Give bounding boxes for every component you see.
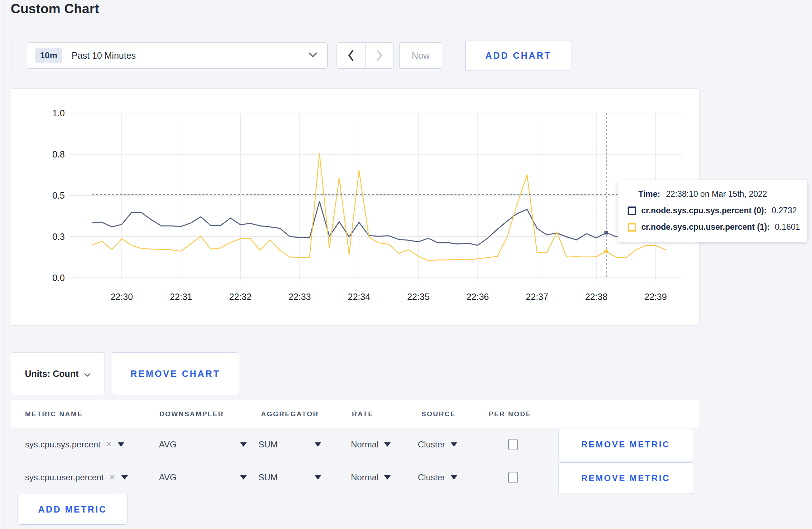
per-node-checkbox[interactable] [508, 472, 518, 483]
header-source: SOURCE [421, 410, 456, 418]
chart-tooltip: Time: 22:38:10 on Mar 15th, 2022 cr.node… [618, 180, 807, 242]
chevron-down-icon [451, 442, 457, 447]
tooltip-series-name: cr.node.sys.cpu.user.percent (1): [641, 222, 770, 232]
chevron-down-icon [121, 475, 128, 480]
aggregator-select[interactable]: SUM [258, 440, 321, 450]
sys-series-legend-icon [628, 207, 636, 215]
chevron-down-icon [309, 52, 317, 59]
downsampler-select[interactable]: AVG [159, 472, 247, 482]
chart-canvas[interactable]: 0.00.30.50.81.022:3022:3122:3222:3322:34… [11, 89, 699, 325]
y-axis-tick-label: 0.8 [52, 149, 65, 159]
toolbar-divider [11, 42, 11, 69]
units-label: Units: Count [25, 369, 79, 379]
user-series-hover-dot [604, 249, 608, 253]
header-per-node: PER NODE [489, 410, 531, 418]
chart-card: 0.00.30.50.81.022:3022:3122:3222:3322:34… [11, 88, 700, 326]
source-select[interactable]: Cluster [418, 440, 457, 450]
user-series-line [92, 154, 666, 261]
x-axis-tick-label: 22:37 [526, 292, 548, 302]
chevron-down-icon [315, 475, 321, 480]
page-left-border [4, 0, 4, 529]
chevron-down-icon [451, 475, 457, 480]
x-axis-tick-label: 22:35 [407, 292, 430, 302]
metric-name-select[interactable]: sys.cpu.user.percent ✕ [25, 472, 128, 482]
sys-series-hover-dot [604, 231, 608, 234]
chevron-down-icon [384, 442, 391, 447]
chevron-down-icon [84, 369, 91, 379]
chevron-down-icon [315, 442, 321, 447]
tooltip-series-value: 0.2732 [772, 206, 797, 215]
x-axis-tick-label: 22:33 [289, 292, 311, 302]
chevron-down-icon [240, 442, 247, 447]
downsampler-select[interactable]: AVG [159, 440, 247, 450]
time-range-dropdown[interactable]: 10m Past 10 Minutes [27, 42, 328, 69]
x-axis-tick-label: 22:36 [467, 292, 489, 302]
remove-metric-name-icon[interactable]: ✕ [109, 473, 115, 482]
custom-chart-page: Custom Chart 10m Past 10 Minutes Now ADD… [0, 0, 812, 529]
time-range-badge: 10m [35, 48, 62, 63]
rate-select[interactable]: Normal [351, 440, 391, 450]
range-arrow-group [337, 42, 394, 69]
aggregator-select[interactable]: SUM [258, 472, 321, 482]
x-axis-tick-label: 22:30 [111, 292, 133, 302]
rate-select[interactable]: Normal [351, 472, 391, 482]
tooltip-time-label: Time: [638, 189, 660, 199]
chevron-right-icon[interactable] [366, 43, 394, 68]
y-axis-tick-label: 0.5 [52, 190, 65, 200]
source-select[interactable]: Cluster [418, 472, 457, 482]
header-rate: RATE [352, 410, 373, 418]
units-dropdown[interactable]: Units: Count [11, 352, 105, 395]
per-node-checkbox[interactable] [508, 439, 518, 450]
tooltip-time-value: 22:38:10 on Mar 15th, 2022 [666, 189, 767, 199]
now-button[interactable]: Now [399, 42, 442, 69]
remove-metric-button[interactable]: REMOVE METRIC [558, 462, 693, 494]
y-axis-tick-label: 0.0 [52, 273, 65, 283]
header-metric-name: METRIC NAME [25, 410, 83, 418]
x-axis-tick-label: 22:38 [585, 292, 608, 302]
remove-chart-button[interactable]: REMOVE CHART [112, 352, 239, 395]
y-axis-tick-label: 1.0 [52, 108, 65, 118]
page-title: Custom Chart [11, 1, 99, 16]
metric-name-select[interactable]: sys.cpu.sys.percent ✕ [25, 440, 124, 450]
chevron-down-icon [240, 475, 247, 480]
time-range-label: Past 10 Minutes [72, 50, 136, 61]
chevron-down-icon [118, 442, 124, 447]
x-axis-tick-label: 22:32 [229, 292, 252, 302]
tooltip-series-name: cr.node.sys.cpu.sys.percent (0): [641, 206, 767, 215]
header-downsampler: DOWNSAMPLER [159, 410, 224, 418]
remove-metric-button[interactable]: REMOVE METRIC [558, 429, 693, 460]
x-axis-tick-label: 22:31 [170, 292, 192, 302]
header-aggregator: AGGREGATOR [261, 410, 319, 418]
add-metric-button[interactable]: ADD METRIC [18, 494, 127, 525]
add-chart-button[interactable]: ADD CHART [465, 40, 571, 71]
y-axis-tick-label: 0.3 [52, 232, 65, 242]
tooltip-series-value: 0.1601 [775, 222, 800, 232]
x-axis-tick-label: 22:39 [644, 292, 667, 302]
sys-series-line [92, 202, 666, 245]
user-series-legend-icon [628, 223, 636, 232]
remove-metric-name-icon[interactable]: ✕ [106, 440, 112, 449]
chevron-left-icon[interactable] [337, 43, 366, 68]
x-axis-tick-label: 22:34 [348, 292, 371, 302]
chevron-down-icon [384, 475, 391, 480]
